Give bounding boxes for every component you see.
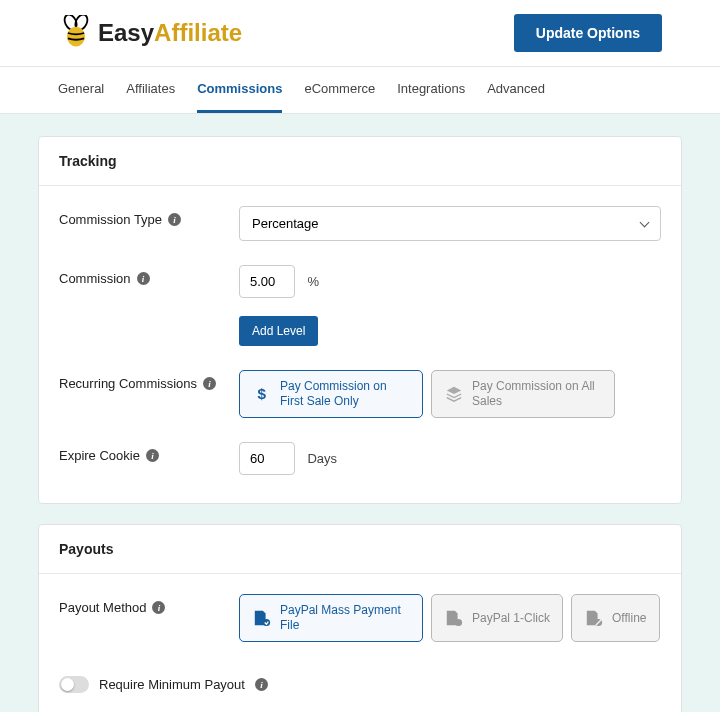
expire-cookie-input[interactable] — [239, 442, 295, 475]
add-level-button[interactable]: Add Level — [239, 316, 318, 346]
tabs: General Affiliates Commissions eCommerce… — [0, 66, 720, 114]
svg-text:$: $ — [258, 385, 267, 402]
expire-cookie-label: Expire Cookie i — [59, 442, 239, 463]
require-minimum-payout-toggle[interactable] — [59, 676, 89, 693]
payout-paypal-mass-option[interactable]: PayPal Mass Payment File — [239, 594, 423, 642]
paypal-1click-icon — [444, 609, 464, 627]
commission-type-select[interactable]: Percentage — [239, 206, 661, 241]
update-options-button[interactable]: Update Options — [514, 14, 662, 52]
paypal-file-icon — [252, 609, 272, 627]
payouts-title: Payouts — [39, 525, 681, 574]
info-icon[interactable]: i — [168, 213, 181, 226]
tab-advanced[interactable]: Advanced — [487, 67, 545, 113]
tab-ecommerce[interactable]: eCommerce — [304, 67, 375, 113]
tab-commissions[interactable]: Commissions — [197, 67, 282, 113]
commission-suffix: % — [307, 274, 319, 289]
tracking-panel: Tracking Commission Type i Percentage Co… — [38, 136, 682, 504]
tab-integrations[interactable]: Integrations — [397, 67, 465, 113]
info-icon[interactable]: i — [137, 272, 150, 285]
stack-icon — [444, 385, 464, 403]
bee-icon — [58, 15, 94, 51]
recurring-all-sales-option[interactable]: Pay Commission on All Sales — [431, 370, 615, 418]
tab-general[interactable]: General — [58, 67, 104, 113]
svg-point-5 — [455, 619, 462, 626]
logo: EasyAffiliate — [58, 15, 242, 51]
header: EasyAffiliate Update Options — [0, 0, 720, 66]
payouts-panel: Payouts Payout Method i — [38, 524, 682, 712]
content: Tracking Commission Type i Percentage Co… — [0, 114, 720, 712]
info-icon[interactable]: i — [152, 601, 165, 614]
info-icon[interactable]: i — [255, 678, 268, 691]
tab-affiliates[interactable]: Affiliates — [126, 67, 175, 113]
commission-type-label: Commission Type i — [59, 206, 239, 227]
info-icon[interactable]: i — [203, 377, 216, 390]
payout-method-label: Payout Method i — [59, 594, 239, 615]
offline-icon — [584, 609, 604, 627]
recurring-first-sale-option[interactable]: $ Pay Commission on First Sale Only — [239, 370, 423, 418]
payout-offline-option[interactable]: Offline — [571, 594, 659, 642]
require-minimum-payout-label: Require Minimum Payout — [99, 677, 245, 692]
commission-input[interactable] — [239, 265, 295, 298]
info-icon[interactable]: i — [146, 449, 159, 462]
cookie-suffix: Days — [307, 451, 337, 466]
chevron-down-icon — [640, 217, 650, 227]
dollar-icon: $ — [252, 385, 272, 403]
logo-text: EasyAffiliate — [98, 19, 242, 47]
svg-point-2 — [67, 27, 85, 47]
recurring-label: Recurring Commissions i — [59, 370, 239, 391]
commission-label: Commission i — [59, 265, 239, 286]
tracking-title: Tracking — [39, 137, 681, 186]
payout-paypal-1click-option[interactable]: PayPal 1-Click — [431, 594, 563, 642]
